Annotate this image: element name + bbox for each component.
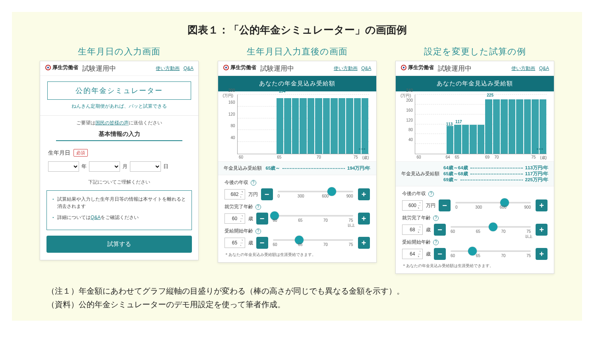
link-usage-video[interactable]: 使い方動画 xyxy=(334,66,358,71)
minus-button[interactable]: − xyxy=(439,199,451,211)
info-box: 試算結果や入力した生年月日等の情報は本サイトを離れると消去されます 詳細について… xyxy=(46,190,192,230)
app-header: 厚生労働省 試験運用中 使い方動画 Q&A xyxy=(396,61,554,76)
info-note-1: 試算結果や入力した生年月日等の情報は本サイトを離れると消去されます xyxy=(52,196,186,210)
start-age-slider[interactable] xyxy=(273,239,353,241)
income-value[interactable]: 682 xyxy=(224,189,245,199)
link-qa[interactable]: Q&A xyxy=(361,66,371,71)
app-title-box: 公的年金シミュレーター xyxy=(47,81,191,100)
dob-day-select[interactable] xyxy=(130,161,161,172)
year-unit: 年 xyxy=(81,163,87,170)
result-banner: あなたの年金見込み受給額 xyxy=(396,76,554,91)
slider-start-age: 受給開始年齢? 64 歳 − 60657075 + xyxy=(396,236,554,261)
plus-button[interactable]: + xyxy=(358,213,370,225)
header-links: 使い方動画 Q&A xyxy=(331,65,371,72)
minus-button[interactable]: − xyxy=(256,237,268,249)
help-icon[interactable]: ? xyxy=(251,180,256,186)
slider-income: 今後の年収? 682 万円 − 0300600900 + xyxy=(218,175,376,201)
link-usage-video[interactable]: 使い方動画 xyxy=(511,66,535,71)
panel-2: 生年月日入力直後の画面 厚生労働省 試験運用中 使い方動画 Q&A xyxy=(218,46,377,274)
header-links: 使い方動画 Q&A xyxy=(153,65,193,72)
panels-row: 生年月日の入力画面 厚生労働省 試験運用中 使い方動画 Q&A xyxy=(40,46,554,274)
note-source: （資料）公的年金シミュレーターのデモ用設定を使って筆者作成。 xyxy=(47,298,554,311)
plus-button[interactable]: + xyxy=(536,224,548,236)
plus-button[interactable]: + xyxy=(536,248,548,260)
phone-mock-1: 厚生労働省 試験運用中 使い方動画 Q&A 公的年金シミュレーター ねんきん定期… xyxy=(40,61,199,260)
work-end-value[interactable]: 60 xyxy=(224,213,245,224)
chart-footnote: ＊あなたの年金見込み受給額は生涯受給できます。 xyxy=(396,261,554,273)
link-usage-video[interactable]: 使い方動画 xyxy=(156,66,180,71)
figure-container: 図表１：「公的年金シミュレーター」の画面例 生年月日の入力画面 厚生労働省 試験… xyxy=(12,12,582,321)
more-icon[interactable]: ••• xyxy=(536,146,544,152)
chart-footnote: ＊あなたの年金見込み受給額は生涯受給できます。 xyxy=(218,250,376,262)
panel-3: 設定を変更した試算の例 厚生労働省 試験運用中 使い方動画 Q&A xyxy=(395,46,554,274)
app-header: 厚生労働省 試験運用中 使い方動画 Q&A xyxy=(218,61,376,76)
required-badge: 必須 xyxy=(74,149,88,157)
month-unit: 月 xyxy=(122,163,128,170)
trial-label: 試験運用中 xyxy=(260,64,294,73)
slider-work-end: 就労完了年齢? 60 歳 − 60657075以上 + xyxy=(218,201,376,225)
app-header: 厚生労働省 試験運用中 使い方動画 Q&A xyxy=(40,61,198,76)
slider-start-age: 受給開始年齢? 65 歳 − 60657075 + xyxy=(218,225,376,250)
svg-point-3 xyxy=(225,67,226,68)
income-slider[interactable] xyxy=(455,202,531,203)
phone-mock-2: 厚生労働省 試験運用中 使い方動画 Q&A あなたの年金見込み受給額 (万円) xyxy=(218,61,377,263)
income-slider[interactable] xyxy=(278,191,353,192)
dob-month-select[interactable] xyxy=(89,161,120,172)
minus-button[interactable]: − xyxy=(434,224,446,236)
plus-button[interactable]: + xyxy=(358,188,370,200)
help-icon[interactable]: ? xyxy=(255,228,261,234)
dob-label-row: 生年月日 必須 xyxy=(40,143,198,159)
phone-mock-3: 厚生労働省 試験運用中 使い方動画 Q&A あなたの年金見込み受給額 (万円) xyxy=(395,61,554,274)
help-icon[interactable]: ? xyxy=(433,215,439,221)
plus-button[interactable]: + xyxy=(358,237,370,249)
mhlw-logo: 厚生労働省 xyxy=(223,64,256,71)
link-qa[interactable]: Q&A xyxy=(184,66,193,71)
panel-3-title: 設定を変更した試算の例 xyxy=(395,46,554,58)
start-age-slider[interactable] xyxy=(451,250,531,252)
help-icon[interactable]: ? xyxy=(255,204,261,210)
feedback-link[interactable]: 国民の皆様の声 xyxy=(95,120,129,126)
work-end-value[interactable]: 68 xyxy=(402,225,423,235)
info-note-2: 詳細についてはQ&Aをご確認ください xyxy=(52,214,186,221)
mhlw-logo-icon xyxy=(223,64,229,71)
work-end-slider[interactable] xyxy=(451,226,531,228)
slider-income: 今後の年収? 600 万円 − 0300600900 + xyxy=(396,186,554,212)
mhlw-logo: 厚生労働省 xyxy=(45,64,78,71)
start-age-value[interactable]: 65 xyxy=(224,238,245,248)
chart-2-bars xyxy=(238,95,369,154)
mhlw-logo: 厚生労働省 xyxy=(401,64,434,71)
chart-2: (万円) 4080 120160 200 194 xyxy=(218,91,376,161)
help-icon[interactable]: ? xyxy=(428,191,434,197)
minus-button[interactable]: − xyxy=(256,213,268,225)
estimate-row: 年金見込み受給額 64歳～64歳113万円/年 65歳～68歳117万円/年 6… xyxy=(396,161,554,186)
income-value[interactable]: 600 xyxy=(402,200,423,211)
chart-3: (万円) 4080 120160 200240 113 117 225 xyxy=(396,91,554,161)
mhlw-logo-icon xyxy=(401,64,407,71)
panel-1: 生年月日の入力画面 厚生労働省 試験運用中 使い方動画 Q&A xyxy=(40,46,199,274)
work-end-slider[interactable] xyxy=(273,215,353,217)
link-qa[interactable]: Q&A xyxy=(539,66,549,71)
info-qa-link[interactable]: Q&A xyxy=(91,215,101,220)
figure-notes: （注１）年金額にあわせてグラフ縦軸の目盛りが変わる（棒の高さが同じでも異なる金額… xyxy=(40,284,554,311)
trial-label: 試験運用中 xyxy=(82,64,116,73)
panel-2-title: 生年月日入力直後の画面 xyxy=(218,46,377,58)
panel-1-title: 生年月日の入力画面 xyxy=(40,46,199,58)
minus-button[interactable]: − xyxy=(434,248,446,260)
chart-y-unit: (万円) xyxy=(223,93,234,99)
help-icon[interactable]: ? xyxy=(433,240,439,245)
dob-year-select[interactable] xyxy=(48,161,79,172)
understand-note: 下記についてご理解ください xyxy=(40,179,198,186)
svg-point-1 xyxy=(47,67,49,68)
note-1: （注１）年金額にあわせてグラフ縦軸の目盛りが変わる（棒の高さが同じでも異なる金額… xyxy=(47,284,554,298)
start-age-value[interactable]: 64 xyxy=(402,249,423,259)
chart-x-unit: (歳) xyxy=(540,155,547,161)
slider-work-end: 就労完了年齢? 68 歳 − 60657075以上 + xyxy=(396,212,554,236)
chart-x-unit: (歳) xyxy=(362,155,369,161)
estimate-label: 年金見込み受給額 xyxy=(224,165,262,172)
header-links: 使い方動画 Q&A xyxy=(509,65,549,72)
day-unit: 日 xyxy=(163,163,168,170)
plus-button[interactable]: + xyxy=(536,199,548,211)
calculate-button[interactable]: 試算する xyxy=(46,236,192,253)
minus-button[interactable]: − xyxy=(261,188,273,200)
more-icon[interactable]: ••• xyxy=(359,146,366,152)
